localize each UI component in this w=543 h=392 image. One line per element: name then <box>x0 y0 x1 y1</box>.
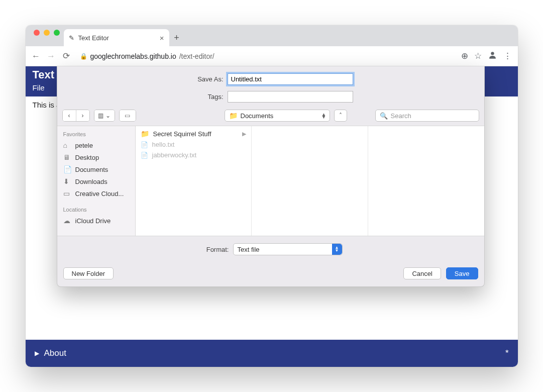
downloads-icon: ⬇ <box>63 177 71 185</box>
window-controls <box>31 30 64 42</box>
save-button[interactable]: Save <box>446 267 478 279</box>
home-icon: ⌂ <box>63 141 71 149</box>
stepper-icon: ▲▼ <box>321 113 327 118</box>
format-value: Text file <box>238 246 260 253</box>
close-window-icon[interactable] <box>34 30 40 36</box>
sidebar-locations-header: Locations <box>57 205 135 215</box>
new-folder-button[interactable]: New Folder <box>63 267 114 279</box>
folder-icon: 📁 <box>141 130 149 138</box>
url-path: /text-editor/ <box>179 52 214 60</box>
file-item-label: hello.txt <box>152 141 175 148</box>
dialog-navbar: ‹ › ▥ ⌄ ▭ 📁 Documents ▲▼ ˄ <box>57 106 484 126</box>
save-as-input[interactable] <box>228 73 353 85</box>
desktop-icon: 🖥 <box>63 153 71 161</box>
search-field[interactable]: 🔍 Search <box>375 110 479 122</box>
collapse-button[interactable]: ˄ <box>334 110 347 122</box>
group-mode[interactable]: ▭ <box>119 110 136 122</box>
svg-point-0 <box>491 52 494 55</box>
file-icon: 📄 <box>141 141 148 148</box>
sidebar-item-desktop[interactable]: 🖥Desktop <box>57 151 135 163</box>
history-nav: ‹ › <box>62 110 90 122</box>
menu-icon[interactable]: ⋮ <box>503 51 512 61</box>
minimize-window-icon[interactable] <box>44 30 50 36</box>
sidebar: Favorites ⌂petele 🖥Desktop 📄Documents ⬇D… <box>57 126 136 236</box>
back-button[interactable]: ← <box>32 51 41 61</box>
sidebar-favorites-header: Favorites <box>57 129 135 139</box>
history-back-button[interactable]: ‹ <box>63 110 76 121</box>
column-1: 📁 Secret Squirrel Stuff ▶ 📄 hello.txt 📄 … <box>136 126 252 236</box>
folder-icon: ▭ <box>63 189 71 198</box>
format-select[interactable]: Text file ▲▼ <box>233 243 343 255</box>
chevron-right-icon: ▶ <box>242 131 246 137</box>
tags-input[interactable] <box>228 91 353 103</box>
pencil-icon: ✎ <box>69 34 74 42</box>
footer-about[interactable]: About <box>44 348 66 358</box>
page-content: Text File This is a n ▶ About * Save As:… <box>26 66 518 367</box>
bookmark-icon[interactable]: ☆ <box>474 51 482 61</box>
sidebar-item-label: Downloads <box>75 178 107 185</box>
sidebar-item-documents[interactable]: 📄Documents <box>57 163 135 175</box>
close-tab-icon[interactable]: × <box>160 34 164 42</box>
save-as-label: Save As: <box>188 75 224 83</box>
app-footer: ▶ About * <box>26 340 518 367</box>
group-icon[interactable]: ▭ <box>120 110 136 121</box>
cancel-button[interactable]: Cancel <box>403 267 441 279</box>
file-item[interactable]: 📄 hello.txt <box>136 139 252 150</box>
location-name: Documents <box>241 112 274 120</box>
sidebar-item-downloads[interactable]: ⬇Downloads <box>57 175 135 187</box>
column-2 <box>252 126 368 236</box>
location-popup[interactable]: 📁 Documents ▲▼ <box>225 110 330 122</box>
folder-icon: 📁 <box>229 112 238 120</box>
file-item[interactable]: 📄 jabberwocky.txt <box>136 150 252 160</box>
browser-window: ✎ Text Editor × + ← → ⟳ 🔒 googlechromela… <box>26 25 518 367</box>
sidebar-item-home[interactable]: ⌂petele <box>57 139 135 151</box>
address-bar[interactable]: 🔒 googlechromelabs.github.io/text-editor… <box>77 52 455 60</box>
tab-strip: ✎ Text Editor × + <box>26 25 518 46</box>
file-item-label: jabberwocky.txt <box>152 151 197 159</box>
sidebar-item-label: Documents <box>75 166 108 173</box>
documents-icon: 📄 <box>63 165 71 173</box>
view-columns-icon[interactable]: ▥ ⌄ <box>94 110 115 121</box>
file-browser: Favorites ⌂petele 🖥Desktop 📄Documents ⬇D… <box>57 126 484 236</box>
new-tab-button[interactable]: + <box>169 33 184 46</box>
lock-icon: 🔒 <box>80 53 87 60</box>
file-item-folder[interactable]: 📁 Secret Squirrel Stuff ▶ <box>136 128 252 139</box>
browser-tab[interactable]: ✎ Text Editor × <box>64 29 169 46</box>
dialog-footer: New Folder Cancel Save <box>57 262 484 286</box>
forward-button[interactable]: → <box>47 51 56 61</box>
search-placeholder: Search <box>391 112 411 120</box>
browser-toolbar: ← → ⟳ 🔒 googlechromelabs.github.io/text-… <box>26 46 518 66</box>
fullscreen-window-icon[interactable] <box>54 30 60 36</box>
sidebar-item-icloud[interactable]: ☁iCloud Drive <box>57 215 135 227</box>
sidebar-item-label: petele <box>75 142 93 149</box>
history-forward-button[interactable]: › <box>76 110 89 121</box>
tags-label: Tags: <box>188 93 224 101</box>
column-3 <box>368 126 484 236</box>
tab-title: Text Editor <box>78 34 109 42</box>
sidebar-item-label: Desktop <box>75 154 99 161</box>
disclosure-icon[interactable]: ▶ <box>35 350 39 357</box>
save-dialog: Save As: Tags: ‹ › ▥ ⌄ ▭ <box>57 66 485 287</box>
url-host: googlechromelabs.github.io <box>90 52 176 60</box>
install-icon[interactable]: ⊕ <box>461 51 468 61</box>
format-label: Format: <box>199 246 229 253</box>
cloud-icon: ☁ <box>63 217 71 225</box>
file-icon: 📄 <box>141 152 148 159</box>
search-icon: 🔍 <box>380 112 388 120</box>
profile-icon[interactable] <box>488 50 497 62</box>
sidebar-item-creative-cloud[interactable]: ▭Creative Cloud... <box>57 187 135 200</box>
sidebar-item-label: Creative Cloud... <box>75 190 124 198</box>
footer-dirty-mark: * <box>505 348 509 358</box>
file-item-label: Secret Squirrel Stuff <box>153 130 211 138</box>
reload-button[interactable]: ⟳ <box>62 51 71 61</box>
view-mode[interactable]: ▥ ⌄ <box>94 110 115 122</box>
sidebar-item-label: iCloud Drive <box>75 217 111 225</box>
select-stepper-icon: ▲▼ <box>332 244 342 255</box>
